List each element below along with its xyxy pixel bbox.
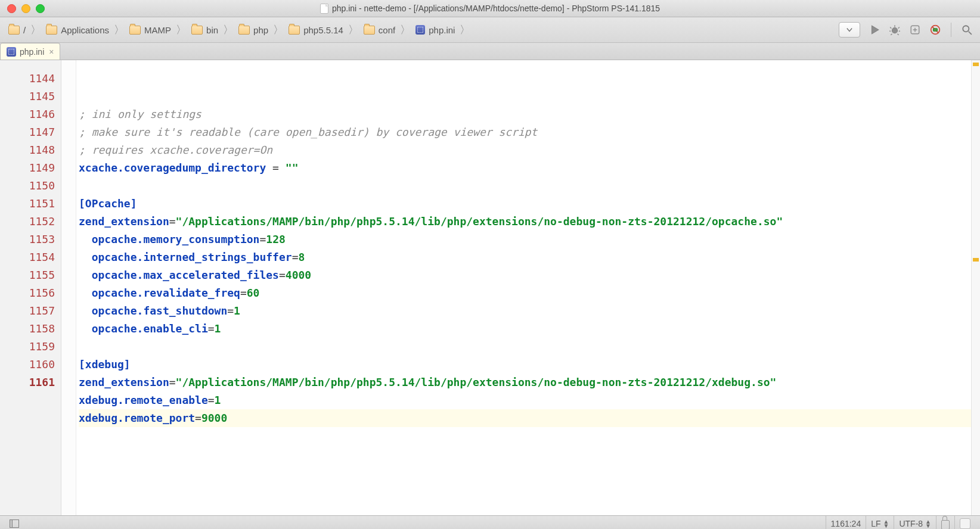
- folder-icon: [364, 26, 375, 35]
- line-number[interactable]: 1161: [0, 374, 55, 391]
- chevron-right-icon: 〉: [222, 23, 235, 37]
- folder-icon: [191, 26, 203, 35]
- caret-position[interactable]: 1161:24: [826, 516, 866, 529]
- folder-icon: [129, 26, 141, 35]
- svg-point-4: [963, 26, 969, 32]
- close-window-button[interactable]: [7, 4, 16, 13]
- sort-icon: ▲▼: [925, 519, 931, 528]
- breadcrumb-label: php5.5.14: [303, 25, 343, 35]
- line-number-gutter[interactable]: 1144114511461147114811491150115111521153…: [0, 60, 61, 515]
- code-line[interactable]: xcache.coveragedump_directory = "": [79, 159, 980, 177]
- code-line[interactable]: xdebug.remote_port=9000: [79, 409, 980, 427]
- code-line[interactable]: [xdebug]: [79, 356, 980, 374]
- folder-icon: [238, 26, 250, 35]
- encoding-text: UTF-8: [899, 519, 923, 528]
- code-editor[interactable]: 1144114511461147114811491150115111521153…: [0, 60, 980, 515]
- run-configuration-selector[interactable]: [839, 22, 860, 38]
- line-number[interactable]: 1145: [0, 88, 55, 105]
- line-number[interactable]: 1151: [0, 195, 55, 213]
- svg-rect-6: [10, 520, 13, 528]
- window-controls: [7, 4, 45, 13]
- code-line[interactable]: opcache.memory_consumption=128: [79, 231, 980, 248]
- line-number[interactable]: 1157: [0, 302, 55, 320]
- code-line[interactable]: ; ini only settings: [79, 105, 980, 123]
- breadcrumb-folder[interactable]: MAMP: [126, 24, 175, 36]
- breadcrumb-label: bin: [206, 25, 218, 35]
- hector-icon: [960, 518, 970, 529]
- code-line[interactable]: zend_extension="/Applications/MAMP/bin/p…: [79, 213, 980, 231]
- code-line[interactable]: [79, 338, 980, 356]
- status-bar: 1161:24 LF ▲▼ UTF-8 ▲▼: [0, 515, 980, 529]
- line-number[interactable]: 1152: [0, 213, 55, 231]
- line-separator-text: LF: [871, 519, 880, 528]
- line-separator-selector[interactable]: LF ▲▼: [866, 516, 894, 529]
- code-line[interactable]: [OPcache]: [79, 195, 980, 213]
- code-line[interactable]: [79, 177, 980, 195]
- phone-stop-icon: [930, 24, 941, 35]
- breadcrumb-label: php.ini: [429, 25, 455, 35]
- breadcrumb-folder[interactable]: php: [235, 24, 272, 36]
- folder-icon: [8, 26, 20, 35]
- line-number[interactable]: 1159: [0, 338, 55, 356]
- navigation-toolbar: /〉Applications〉MAMP〉bin〉php〉php5.5.14〉co…: [0, 17, 980, 43]
- tab-close-button[interactable]: ×: [48, 47, 54, 57]
- line-number[interactable]: 1150: [0, 177, 55, 195]
- code-line[interactable]: ; make sure it's readable (care open_bas…: [79, 123, 980, 141]
- debug-button[interactable]: [886, 21, 903, 38]
- breadcrumb-label: php: [253, 25, 268, 35]
- line-number[interactable]: 1144: [0, 70, 55, 88]
- code-line[interactable]: opcache.interned_strings_buffer=8: [79, 248, 980, 266]
- line-number[interactable]: 1146: [0, 105, 55, 123]
- stop-listening-button[interactable]: [927, 21, 944, 38]
- coverage-button[interactable]: [907, 21, 923, 38]
- line-number[interactable]: 1158: [0, 320, 55, 338]
- code-line[interactable]: [79, 98, 980, 105]
- breadcrumb-folder[interactable]: php5.5.14: [285, 24, 347, 36]
- hector-inspector[interactable]: [954, 516, 975, 529]
- folder-icon: [46, 26, 57, 35]
- read-only-toggle[interactable]: [936, 516, 954, 529]
- encoding-selector[interactable]: UTF-8 ▲▼: [894, 516, 936, 529]
- code-line[interactable]: opcache.revalidate_freq=60: [79, 284, 980, 302]
- code-line[interactable]: ; requires xcache.coverager=On: [79, 141, 980, 159]
- line-number[interactable]: 1160: [0, 356, 55, 374]
- line-number[interactable]: 1149: [0, 159, 55, 177]
- chevron-right-icon: 〉: [399, 23, 412, 37]
- code-line[interactable]: opcache.max_accelerated_files=4000: [79, 266, 980, 284]
- tool-windows-toggle[interactable]: [5, 516, 24, 529]
- minimize-window-button[interactable]: [21, 4, 30, 13]
- line-number[interactable]: 1148: [0, 141, 55, 159]
- chevron-right-icon: 〉: [458, 23, 472, 37]
- zoom-window-button[interactable]: [36, 4, 45, 13]
- chevron-right-icon: 〉: [175, 23, 188, 37]
- coverage-icon: [910, 24, 920, 35]
- svg-rect-3: [934, 29, 938, 32]
- lock-icon: [941, 520, 950, 530]
- breadcrumb-file[interactable]: php.ini: [412, 24, 458, 36]
- error-stripe[interactable]: [971, 60, 980, 515]
- breadcrumb-folder[interactable]: /: [5, 24, 29, 36]
- editor-tab-php-ini[interactable]: php.ini ×: [0, 43, 60, 60]
- warning-marker[interactable]: [973, 258, 979, 262]
- run-button[interactable]: [866, 21, 883, 38]
- line-number[interactable]: 1153: [0, 231, 55, 248]
- line-number[interactable]: 1156: [0, 284, 55, 302]
- code-line[interactable]: zend_extension="/Applications/MAMP/bin/p…: [79, 374, 980, 391]
- breadcrumb-folder[interactable]: bin: [188, 24, 222, 36]
- breadcrumb-folder[interactable]: Applications: [42, 24, 113, 36]
- search-everywhere-button[interactable]: [959, 21, 975, 38]
- window-title-text: php.ini - nette-demo - [/Applications/MA…: [332, 4, 660, 13]
- php-file-icon: [7, 47, 16, 57]
- breadcrumb-folder[interactable]: conf: [360, 24, 399, 36]
- breadcrumb-bar: /〉Applications〉MAMP〉bin〉php〉php5.5.14〉co…: [5, 23, 472, 37]
- code-line[interactable]: xdebug.remote_enable=1: [79, 391, 980, 409]
- code-line[interactable]: opcache.fast_shutdown=1: [79, 302, 980, 320]
- editor-content[interactable]: ; ini only settings; make sure it's read…: [76, 60, 980, 515]
- warning-marker[interactable]: [973, 63, 979, 66]
- line-number[interactable]: 1155: [0, 266, 55, 284]
- line-number[interactable]: [0, 63, 55, 70]
- svg-point-0: [892, 28, 898, 33]
- code-line[interactable]: opcache.enable_cli=1: [79, 320, 980, 338]
- line-number[interactable]: 1154: [0, 248, 55, 266]
- line-number[interactable]: 1147: [0, 123, 55, 141]
